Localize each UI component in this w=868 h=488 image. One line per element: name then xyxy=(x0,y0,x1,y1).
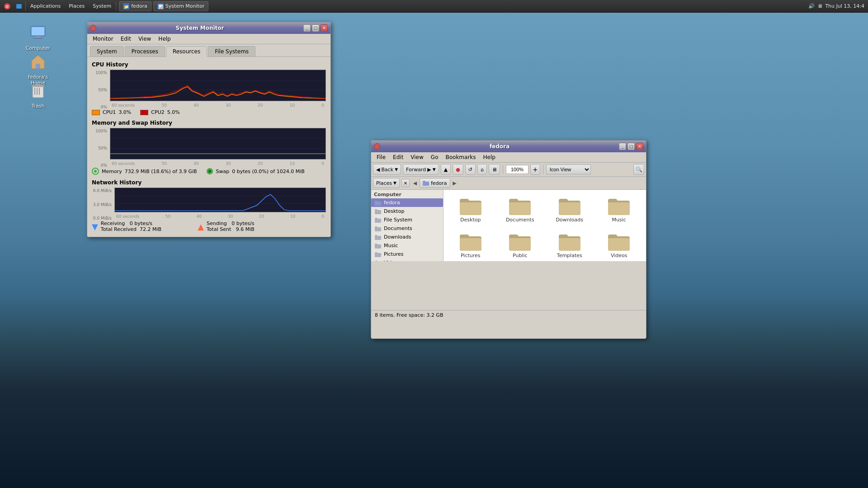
svg-rect-14 xyxy=(33,86,43,98)
svg-text:📁: 📁 xyxy=(124,4,129,9)
zoom-in-button[interactable]: + xyxy=(530,164,540,175)
sidebar-item-filesystem[interactable]: File System xyxy=(371,216,443,224)
fm-minimize-btn[interactable]: _ xyxy=(619,143,626,150)
sidebar-item-downloads[interactable]: Downloads xyxy=(371,233,443,241)
reload-icon: ↺ xyxy=(468,167,472,173)
fm-close-btn[interactable]: ✕ xyxy=(636,143,643,150)
fm-menu-view[interactable]: View xyxy=(407,153,427,161)
sysmon-tab-resources[interactable]: Resources xyxy=(166,46,207,57)
toolbar-sep-2 xyxy=(543,165,543,174)
file-name-documents: Documents xyxy=(506,217,534,223)
svg-rect-9 xyxy=(32,27,44,35)
svg-rect-15 xyxy=(34,88,35,95)
sysmon-tab-filesystems[interactable]: File Systems xyxy=(208,46,255,56)
location-clear-btn[interactable]: ✕ xyxy=(401,179,410,187)
svg-rect-16 xyxy=(37,88,38,95)
clock: Thu Jul 13, 14:4 xyxy=(825,3,864,9)
sysmon-tab-system[interactable]: System xyxy=(90,46,124,56)
sidebar-item-videos[interactable]: Videos xyxy=(371,258,443,261)
file-icon-public[interactable]: Public xyxy=(498,230,543,261)
trash-label: Trash xyxy=(31,103,44,109)
sysmon-close-btn[interactable] xyxy=(90,25,96,31)
taskbar-applet-icon1[interactable]: ⚙ xyxy=(2,2,13,11)
file-icon-videos[interactable]: Videos xyxy=(597,230,642,261)
sysmon-tab-processes[interactable]: Processes xyxy=(125,46,165,56)
path-nav-forward-btn[interactable]: ▶ xyxy=(451,178,458,188)
sysmon-titlebar: System Monitor _ □ ✕ xyxy=(87,22,330,34)
sysmon-maximize-btn[interactable]: □ xyxy=(312,24,319,32)
home-icon xyxy=(27,51,49,72)
desktop-icon-trash[interactable]: Trash xyxy=(20,78,56,111)
computer-nav-button[interactable]: 🖥 xyxy=(489,164,500,175)
sysmon-menu-edit[interactable]: Edit xyxy=(117,35,135,43)
taskbar-menu-places[interactable]: Places xyxy=(65,1,88,11)
places-dropdown[interactable]: Places ▼ xyxy=(373,178,400,188)
taskbar-app-fedora[interactable]: 📁 fedora xyxy=(119,1,151,11)
folder-icon-public xyxy=(509,233,531,251)
sysmon-menu-monitor[interactable]: Monitor xyxy=(89,35,117,43)
search-icon: 🔍 xyxy=(636,166,642,173)
sidebar-item-music[interactable]: Music xyxy=(371,241,443,250)
home-nav-button[interactable]: ⌂ xyxy=(477,164,487,175)
sidebar-item-documents[interactable]: Documents xyxy=(371,224,443,233)
fm-left-controls xyxy=(374,143,380,150)
fm-maximize-btn[interactable]: □ xyxy=(627,143,635,150)
taskbar-applet-icon2[interactable]: 🌐 xyxy=(14,2,24,11)
fm-icons-grid: Desktop Documents xyxy=(448,194,642,261)
network-icon[interactable]: 🖥 xyxy=(817,3,822,9)
file-name-music: Music xyxy=(612,217,626,223)
zoom-input[interactable] xyxy=(506,165,528,174)
volume-icon[interactable]: 🔊 xyxy=(808,3,815,9)
view-mode-select[interactable]: Icon View List View Compact View xyxy=(546,164,591,174)
sidebar-folder-icon-videos xyxy=(375,260,381,262)
swap-icon xyxy=(206,168,213,175)
sysmon-menu-help[interactable]: Help xyxy=(155,35,174,43)
fm-menu-bookmarks[interactable]: Bookmarks xyxy=(442,153,479,161)
cpu1-legend: CPU1 3.0% xyxy=(92,109,131,115)
fm-menu-help[interactable]: Help xyxy=(480,153,499,161)
taskbar-menu-system[interactable]: System xyxy=(89,1,115,11)
file-icon-pictures[interactable]: Pictures xyxy=(448,230,493,261)
sidebar-item-desktop[interactable]: Desktop xyxy=(371,207,443,216)
fm-menu-file[interactable]: File xyxy=(373,153,389,161)
sysmon-close-btn2[interactable]: ✕ xyxy=(321,24,328,32)
forward-arrow-icon: ▶ xyxy=(427,167,431,173)
search-button[interactable]: 🔍 xyxy=(633,164,644,175)
file-icon-desktop[interactable]: Desktop xyxy=(448,194,493,225)
stop-button[interactable]: ● xyxy=(453,164,463,175)
path-nav-back-btn[interactable]: ◀ xyxy=(411,178,419,188)
folder-path-icon xyxy=(423,180,429,186)
fm-menu-go[interactable]: Go xyxy=(427,153,442,161)
up-button[interactable]: ▲ xyxy=(441,164,451,175)
memory-axis-labels: 60 seconds50403020100 xyxy=(110,161,326,166)
sidebar-item-fedora[interactable]: fedora xyxy=(371,198,443,207)
file-icon-downloads[interactable]: Downloads xyxy=(547,194,592,225)
forward-button[interactable]: Forward ▶ ▼ xyxy=(403,164,439,175)
taskbar-menu-applications[interactable]: Applications xyxy=(27,1,64,11)
cpu2-color xyxy=(140,110,148,115)
file-icon-music[interactable]: Music xyxy=(597,194,642,225)
statusbar-text: 8 items. Free space: 3.2 GB xyxy=(375,312,443,318)
svg-rect-11 xyxy=(33,38,42,39)
network-axis-labels: 60 seconds50403020100 xyxy=(114,214,326,219)
sysmon-menu-view[interactable]: View xyxy=(135,35,155,43)
sidebar-item-pictures[interactable]: Pictures xyxy=(371,250,443,258)
folder-icon-templates xyxy=(559,233,580,251)
back-button[interactable]: ◀ Back ▼ xyxy=(373,164,401,175)
folder-icon-music xyxy=(608,197,630,215)
path-item-fedora[interactable]: fedora xyxy=(420,178,450,188)
back-dropdown-icon: ▼ xyxy=(395,167,398,172)
fm-close-left-btn[interactable] xyxy=(374,143,380,150)
places-dropdown-arrow: ▼ xyxy=(393,181,396,185)
desktop-icon-computer[interactable]: Computer xyxy=(20,20,56,53)
sysmon-minimize-btn[interactable]: _ xyxy=(303,24,311,32)
fm-title: fedora xyxy=(490,143,509,150)
file-icon-documents[interactable]: Documents xyxy=(498,194,543,225)
reload-button[interactable]: ↺ xyxy=(465,164,476,175)
taskbar-app-sysmon[interactable]: 📊 System Monitor xyxy=(153,1,208,11)
cpu-legend: CPU1 3.0% CPU2 5.0% xyxy=(92,109,326,115)
sidebar-folder-icon-filesystem xyxy=(375,217,381,223)
fm-menu-edit[interactable]: Edit xyxy=(389,153,407,161)
file-icon-templates[interactable]: Templates xyxy=(547,230,592,261)
sidebar-section-computer: Computer xyxy=(371,190,443,198)
